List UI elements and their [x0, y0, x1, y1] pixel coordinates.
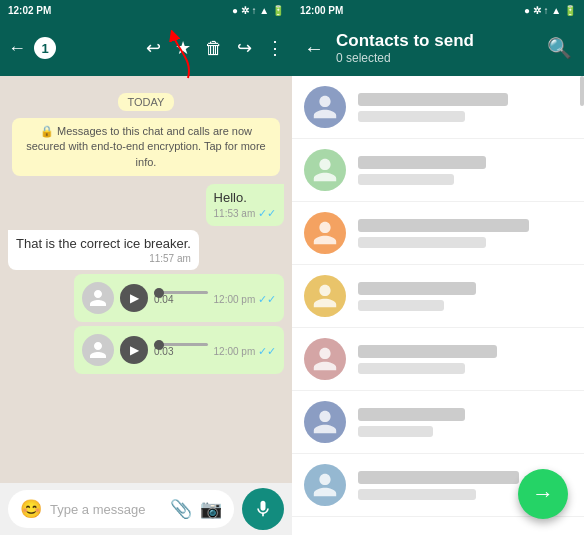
status-icons-right: ● ✲ ↑ ▲ 🔋: [524, 5, 576, 16]
attachment-button[interactable]: 📎: [170, 498, 192, 520]
contact-name: [358, 471, 519, 484]
system-message[interactable]: 🔒 Messages to this chat and calls are no…: [12, 118, 280, 176]
more-options-button[interactable]: ⋮: [266, 37, 284, 59]
contacts-list: [292, 76, 584, 535]
contacts-header: ← Contacts to send 0 selected 🔍: [292, 20, 584, 76]
selected-count-badge: 1: [34, 37, 56, 59]
message-bubble-hello: Hello. 11:53 am ✓✓: [8, 184, 284, 226]
contact-detail: [358, 237, 486, 248]
contacts-header-title: Contacts to send 0 selected: [336, 31, 535, 65]
contact-name: [358, 93, 508, 106]
time-right: 12:00 PM: [300, 5, 343, 16]
scroll-indicator: [580, 76, 584, 106]
star-button[interactable]: ★: [175, 37, 191, 59]
contact-info: [358, 408, 572, 437]
bubble-content: That is the correct ice breaker. 11:57 a…: [8, 230, 199, 270]
contacts-back-button[interactable]: ←: [304, 37, 324, 60]
delete-button[interactable]: 🗑: [205, 38, 223, 59]
contact-name: [358, 345, 497, 358]
contact-info: [358, 345, 572, 374]
contact-name: [358, 408, 465, 421]
camera-button[interactable]: 📷: [200, 498, 222, 520]
list-item[interactable]: [292, 391, 584, 454]
reply-button[interactable]: ↩: [146, 37, 161, 59]
voice-avatar-2: [82, 334, 114, 366]
list-item[interactable]: [292, 76, 584, 139]
voice-progress-bar-2[interactable]: [154, 343, 208, 346]
message-input-placeholder: Type a message: [50, 502, 162, 517]
voice-time-2: 12:00 pm ✓✓: [214, 345, 276, 358]
voice-message-1: ▶ 0:04 12:00 pm ✓✓: [8, 274, 284, 322]
today-badge: TODAY: [8, 92, 284, 110]
contact-name: [358, 219, 529, 232]
contacts-subtitle: 0 selected: [336, 51, 535, 65]
list-item[interactable]: [292, 202, 584, 265]
contact-info: [358, 219, 572, 248]
list-item[interactable]: [292, 328, 584, 391]
message-input-box[interactable]: 😊 Type a message 📎 📷: [8, 490, 234, 528]
forward-button[interactable]: ↪: [237, 37, 252, 59]
message-time: 11:57 am: [16, 253, 191, 264]
chat-area: TODAY 🔒 Messages to this chat and calls …: [0, 76, 292, 483]
voice-avatar-1: [82, 282, 114, 314]
mic-button[interactable]: [242, 488, 284, 530]
time-left: 12:02 PM: [8, 5, 51, 16]
voice-message-2: ▶ 0:03 12:00 pm ✓✓: [8, 326, 284, 374]
avatar: [304, 86, 346, 128]
status-icons-left: ● ✲ ↑ ▲ 🔋: [232, 5, 284, 16]
contacts-search-button[interactable]: 🔍: [547, 36, 572, 60]
contact-name: [358, 282, 476, 295]
avatar: [304, 275, 346, 317]
header-actions: ↩ ★ 🗑 ↪ ⋮: [146, 37, 284, 59]
status-bar-right: 12:00 PM ● ✲ ↑ ▲ 🔋: [292, 0, 584, 20]
avatar: [304, 149, 346, 191]
right-panel: 12:00 PM ● ✲ ↑ ▲ 🔋 ← Contacts to send 0 …: [292, 0, 584, 535]
status-bar-left: 12:02 PM ● ✲ ↑ ▲ 🔋: [0, 0, 292, 20]
list-item[interactable]: [292, 265, 584, 328]
contact-detail: [358, 426, 433, 437]
bubble-content: Hello. 11:53 am ✓✓: [206, 184, 284, 226]
voice-progress-bar-1[interactable]: [154, 291, 208, 294]
message-time: 11:53 am ✓✓: [214, 207, 276, 220]
contact-detail: [358, 300, 444, 311]
emoji-button[interactable]: 😊: [20, 498, 42, 520]
contact-info: [358, 93, 572, 122]
avatar: [304, 401, 346, 443]
message-input-area: 😊 Type a message 📎 📷: [0, 483, 292, 535]
message-text: That is the correct ice breaker.: [16, 236, 191, 251]
contact-detail: [358, 489, 476, 500]
contact-info: [358, 156, 572, 185]
contact-name: [358, 156, 486, 169]
message-text: Hello.: [214, 190, 276, 205]
left-panel: 12:02 PM ● ✲ ↑ ▲ 🔋 ← 1 ↩ ★ 🗑 ↪ ⋮ TODAY: [0, 0, 292, 535]
contact-detail: [358, 363, 465, 374]
contact-info: [358, 282, 572, 311]
back-button[interactable]: ←: [8, 38, 26, 59]
message-bubble-icebreaker: That is the correct ice breaker. 11:57 a…: [8, 230, 284, 270]
contact-detail: [358, 111, 465, 122]
avatar: [304, 464, 346, 506]
voice-time-1: 12:00 pm ✓✓: [214, 293, 276, 306]
play-button-1[interactable]: ▶: [120, 284, 148, 312]
list-item[interactable]: [292, 139, 584, 202]
play-button-2[interactable]: ▶: [120, 336, 148, 364]
send-contacts-fab[interactable]: →: [518, 469, 568, 519]
contact-detail: [358, 174, 454, 185]
contacts-title: Contacts to send: [336, 31, 535, 51]
avatar: [304, 212, 346, 254]
avatar: [304, 338, 346, 380]
